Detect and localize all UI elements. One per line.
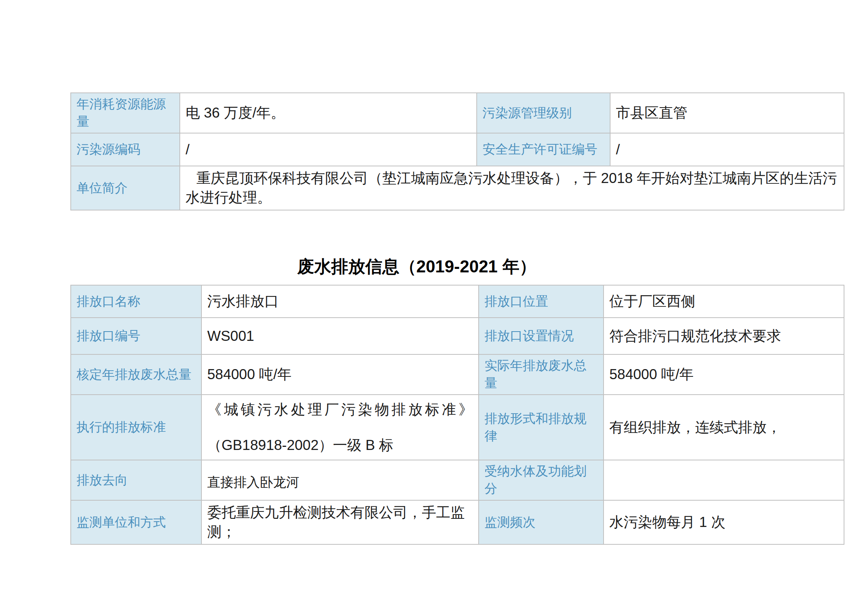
value-cell-outlet-setup: 符合排污口规范化技术要求 <box>604 318 844 354</box>
value-text: 电 36 万度/年。 <box>186 105 285 121</box>
label-cell-outlet-location: 排放口位置 <box>479 285 604 318</box>
label-text: 排放口设置情况 <box>484 328 574 343</box>
value-cell-discharge-standard: 《城镇污水处理厂污染物排放标准》 （GB18918-2002）一级 B 标 <box>201 395 479 460</box>
label-cell-outlet-name: 排放口名称 <box>71 285 201 318</box>
value-cell-discharge-form: 有组织排放，连续式排放， <box>604 395 844 460</box>
table-row: 执行的排放标准 《城镇污水处理厂污染物排放标准》 （GB18918-2002）一… <box>71 395 844 460</box>
label-cell-pollution-mgmt-level: 污染源管理级别 <box>477 93 610 133</box>
label-cell-approved-discharge: 核定年排放废水总量 <box>71 354 201 395</box>
value-text: / <box>186 142 189 157</box>
label-text: 受纳水体及功能划分 <box>484 464 587 496</box>
value-text: 符合排污口规范化技术要求 <box>609 328 781 344</box>
table-row: 污染源编码 / 安全生产许可证编号 / <box>71 133 844 166</box>
value-text: 重庆昆顶环保科技有限公司（垫江城南应急污水处理设备），于 2018 年开始对垫江… <box>186 170 837 205</box>
value-cell-pollution-mgmt-level: 市县区直管 <box>610 93 844 133</box>
value-text: 位于厂区西侧 <box>609 293 695 309</box>
table-row: 年消耗资源能源量 电 36 万度/年。 污染源管理级别 市县区直管 <box>71 93 844 133</box>
table-row: 核定年排放废水总量 584000 吨/年 实际年排放废水总量 584000 吨/… <box>71 354 844 395</box>
label-cell-outlet-setup: 排放口设置情况 <box>479 318 604 354</box>
value-cell-safety-license: / <box>610 133 844 166</box>
value-cell-outlet-name: 污水排放口 <box>201 285 479 318</box>
label-text: 排放口编号 <box>77 328 140 343</box>
value-text: 直接排入卧龙河 <box>207 475 299 489</box>
label-text: 排放口名称 <box>77 294 140 308</box>
value-cell-company-intro: 重庆昆顶环保科技有限公司（垫江城南应急污水处理设备），于 2018 年开始对垫江… <box>180 166 844 210</box>
standard-line-2: （GB18918-2002）一级 B 标 <box>207 436 473 455</box>
value-cell-monitoring-frequency: 水污染物每月 1 次 <box>604 500 844 544</box>
value-text: 584000 吨/年 <box>207 366 292 382</box>
label-cell-annual-energy: 年消耗资源能源量 <box>71 93 180 133</box>
label-cell-discharge-standard: 执行的排放标准 <box>71 395 201 460</box>
table-row: 监测单位和方式 委托重庆九升检测技术有限公司，手工监测； 监测频次 水污染物每月… <box>71 500 844 544</box>
label-text: 单位简介 <box>77 181 128 195</box>
value-cell-discharge-destination: 直接排入卧龙河 <box>201 460 479 500</box>
table-row: 单位简介 重庆昆顶环保科技有限公司（垫江城南应急污水处理设备），于 2018 年… <box>71 166 844 210</box>
value-text: / <box>616 142 620 157</box>
label-text: 排放去向 <box>77 473 128 487</box>
label-cell-monitoring-unit: 监测单位和方式 <box>71 500 201 544</box>
section-title: 废水排放信息（2019-2021 年） <box>70 255 763 278</box>
wastewater-discharge-table: 排放口名称 污水排放口 排放口位置 位于厂区西侧 排放口编号 WS001 排放口… <box>70 285 844 545</box>
value-cell-outlet-number: WS001 <box>201 318 479 354</box>
value-cell-outlet-location: 位于厂区西侧 <box>604 285 844 318</box>
value-cell-receiving-water <box>604 460 844 500</box>
basic-info-table: 年消耗资源能源量 电 36 万度/年。 污染源管理级别 市县区直管 污染源编码 … <box>70 92 844 210</box>
value-text: 584000 吨/年 <box>609 366 694 382</box>
label-cell-receiving-water: 受纳水体及功能划分 <box>479 460 604 500</box>
value-cell-approved-discharge: 584000 吨/年 <box>201 354 479 395</box>
label-text: 安全生产许可证编号 <box>483 142 597 156</box>
value-cell-pollution-source-code: / <box>180 133 477 166</box>
value-text: 有组织排放，连续式排放， <box>609 419 781 435</box>
standard-line-1: 《城镇污水处理厂污染物排放标准》 <box>207 400 473 419</box>
label-text: 污染源管理级别 <box>483 106 572 120</box>
label-cell-outlet-number: 排放口编号 <box>71 318 201 354</box>
value-cell-annual-energy: 电 36 万度/年。 <box>180 93 477 133</box>
label-cell-discharge-destination: 排放去向 <box>71 460 201 500</box>
label-text: 年消耗资源能源量 <box>77 97 166 128</box>
label-text: 执行的排放标准 <box>77 420 166 434</box>
label-text: 排放口位置 <box>484 294 548 308</box>
label-text: 核定年排放废水总量 <box>77 367 191 381</box>
label-cell-monitoring-frequency: 监测频次 <box>479 500 604 544</box>
label-text: 排放形式和排放规律 <box>484 411 587 443</box>
value-text: 污水排放口 <box>207 293 279 309</box>
label-cell-company-intro: 单位简介 <box>71 166 180 210</box>
value-text: 水污染物每月 1 次 <box>609 514 725 530</box>
label-text: 污染源编码 <box>77 142 140 156</box>
label-cell-actual-discharge: 实际年排放废水总量 <box>479 354 604 395</box>
table-row: 排放去向 直接排入卧龙河 受纳水体及功能划分 <box>71 460 844 500</box>
value-cell-monitoring-unit: 委托重庆九升检测技术有限公司，手工监测； <box>201 500 479 544</box>
value-cell-actual-discharge: 584000 吨/年 <box>604 354 844 395</box>
label-cell-safety-license: 安全生产许可证编号 <box>477 133 610 166</box>
value-text: 市县区直管 <box>616 105 687 121</box>
label-text: 实际年排放废水总量 <box>484 358 587 390</box>
label-text: 监测频次 <box>484 515 535 529</box>
document-page: 年消耗资源能源量 电 36 万度/年。 污染源管理级别 市县区直管 污染源编码 … <box>0 0 868 614</box>
value-text: 委托重庆九升检测技术有限公司，手工监测； <box>207 505 465 540</box>
table-row: 排放口名称 污水排放口 排放口位置 位于厂区西侧 <box>71 285 844 318</box>
label-cell-pollution-source-code: 污染源编码 <box>71 133 180 166</box>
label-cell-discharge-form: 排放形式和排放规律 <box>479 395 604 460</box>
value-text: WS001 <box>207 328 254 344</box>
table-row: 排放口编号 WS001 排放口设置情况 符合排污口规范化技术要求 <box>71 318 844 354</box>
label-text: 监测单位和方式 <box>77 515 166 529</box>
